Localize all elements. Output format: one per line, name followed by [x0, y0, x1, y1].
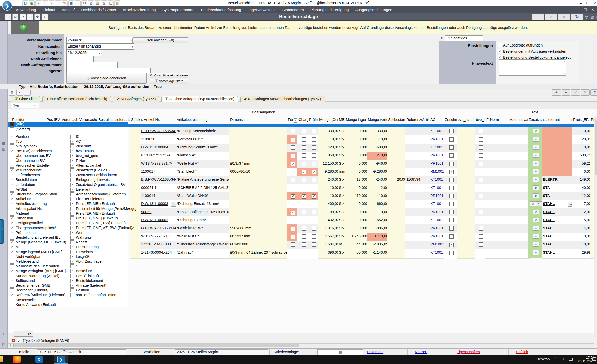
checkbox-icon[interactable]: [10, 288, 14, 292]
table-icon[interactable]: ▥: [95, 0, 100, 6]
menu-item-4[interactable]: Dashboards / Center: [78, 6, 119, 13]
stamp-icon[interactable]: ◫: [108, 0, 114, 6]
dropdown-caret-icon[interactable]: ▾: [132, 44, 133, 49]
window-maximize-button[interactable]: ❐: [584, 1, 591, 6]
checkbox-icon[interactable]: [70, 197, 74, 201]
checkbox-icon[interactable]: ✓: [10, 293, 14, 297]
menu-item-2[interactable]: Einkauf: [39, 6, 58, 13]
notification-center-icon[interactable]: [592, 357, 596, 361]
menu-item-11[interactable]: Ausgangsrechnungen: [352, 6, 396, 13]
lieferant-link[interactable]: STAHL: [543, 242, 555, 246]
chooser-right-item-4[interactable]: ✓bvp_not_gme: [68, 154, 128, 158]
chooser-right-item-5[interactable]: ✓F-Norm: [68, 158, 128, 163]
chooser-left-item-9[interactable]: ✓Bestelldatum: [8, 178, 68, 183]
chooser-left-item-11[interactable]: ArtStat: [8, 187, 68, 192]
chooser-right-item-1[interactable]: ✓AC: [68, 139, 128, 144]
scroll-down-icon[interactable]: ∨: [563, 72, 565, 75]
clock-icon[interactable]: ◷: [584, 14, 589, 20]
checkbox-icon[interactable]: [10, 122, 14, 126]
lieferant-link[interactable]: STA: [543, 186, 550, 190]
scroll-up-icon[interactable]: ∧: [563, 60, 565, 63]
chooser-right-item-0[interactable]: IC: [68, 134, 128, 139]
chooser-left-item-26[interactable]: Meldebestand: [8, 259, 68, 264]
checkbox-icon[interactable]: [70, 207, 74, 211]
chooser-right-item-16[interactable]: Preis [EP, ME] (Einkauf): [68, 211, 128, 216]
checkbox-icon[interactable]: ✓: [10, 178, 14, 182]
refresh-button[interactable]: ↻: [571, 14, 583, 20]
checkbox-icon[interactable]: ✓: [498, 43, 502, 47]
chooser-right-item-13[interactable]: Fixierter Lieferant: [68, 197, 128, 202]
lieferant-link[interactable]: STAHL: [543, 234, 555, 238]
window-close-button[interactable]: ✕: [591, 1, 597, 6]
checkbox-icon[interactable]: [10, 154, 14, 158]
zusatztext-dropdown-icon[interactable]: ∨: [536, 201, 542, 206]
chooser-left-item-1[interactable]: Typ: [8, 139, 68, 144]
lieferant-link[interactable]: STAHL: [543, 226, 555, 230]
checkbox-icon[interactable]: ✓: [10, 192, 14, 196]
formula-icon[interactable]: √: [35, 0, 41, 6]
edit-record-icon[interactable]: ✎: [62, 0, 68, 6]
checkbox-icon[interactable]: [10, 140, 14, 144]
checkbox-icon[interactable]: [10, 284, 14, 288]
zusatztext-doc-icon[interactable]: a: [533, 177, 539, 182]
settings-icon[interactable]: ⚙: [34, 14, 40, 20]
checkbox-icon[interactable]: [70, 288, 74, 292]
zusatztext-doc-icon[interactable]: a: [533, 226, 539, 231]
footer-link-notizen[interactable]: Notizen: [415, 350, 427, 354]
chooser-right-item-32[interactable]: Position: [68, 288, 128, 293]
mail-icon[interactable]: ✉: [81, 0, 87, 6]
checkbox-icon[interactable]: [70, 135, 74, 139]
checkbox-icon[interactable]: ✓: [70, 202, 74, 206]
package-icon[interactable]: ▧: [590, 14, 595, 20]
pie-chart-icon[interactable]: ◔: [75, 0, 81, 6]
discard-button[interactable]: ✕: [581, 89, 590, 96]
footer-link-eigenschaften[interactable]: Eigenschaften: [457, 350, 480, 354]
window-help-icon[interactable]: ▦: [68, 0, 74, 6]
checkbox-icon[interactable]: [10, 255, 14, 259]
checkbox-icon[interactable]: ✓: [70, 255, 74, 259]
list-strip-icon[interactable]: ▤: [1, 342, 6, 347]
favorite-icon[interactable]: ✦: [42, 0, 48, 6]
horizontal-scrollbar[interactable]: ❮: [8, 343, 594, 347]
chooser-right-item-2[interactable]: ✓Zuschnitt: [68, 144, 128, 149]
chooser-right-item-23[interactable]: ✓Preisursprung: [68, 245, 128, 250]
zusatztext-doc-icon[interactable]: a: [533, 234, 539, 239]
checkbox-icon[interactable]: ✓: [10, 164, 14, 168]
checkbox-icon[interactable]: [10, 173, 14, 177]
vscroll-thumb[interactable]: [595, 119, 597, 175]
chooser-right-item-6[interactable]: ✓Alternativartikel: [68, 163, 128, 168]
chooser-right-item-15[interactable]: Preiseinheit für Menge [Preis/Menge]: [68, 207, 128, 211]
chooser-right-item-29[interactable]: Pos. (Einkauf): [68, 274, 128, 279]
zusatztext-doc-icon[interactable]: a: [533, 210, 539, 214]
grid-icon[interactable]: ▩: [114, 0, 120, 6]
checkbox-icon[interactable]: [10, 212, 14, 216]
chooser-right-item-25[interactable]: ✓Losgröße: [68, 255, 128, 259]
nach_artikelcode-field[interactable]: …: [66, 56, 94, 62]
menu-item-9[interactable]: Stammdaten: [279, 6, 307, 13]
checkbox-icon[interactable]: [10, 127, 14, 131]
checkbox-icon[interactable]: ✓: [70, 245, 74, 249]
chooser-right-item-3[interactable]: ✓bvp_status: [68, 149, 128, 154]
delete-button[interactable]: –: [532, 14, 544, 20]
filter-active-checkbox[interactable]: ✓: [17, 338, 21, 344]
clipped-app-icon[interactable]: [0, 356, 3, 362]
scroll-left-icon[interactable]: ❮: [8, 344, 13, 347]
chooser-left-item-23[interactable]: ✓ME: [8, 245, 68, 250]
chooser-right-item-31[interactable]: ✓Anfrage (Lieferant): [68, 283, 128, 288]
chooser-left-item-2[interactable]: bvp_typindex: [8, 144, 68, 149]
filter-tab-1[interactable]: 1: Nur offene Positionen (nicht bestellt…: [42, 96, 111, 102]
zusatztext-doc-icon[interactable]: a: [533, 218, 539, 222]
footer-link-softlink[interactable]: Softlink: [516, 350, 528, 354]
add-doc-strip-icon[interactable]: ＋: [1, 332, 6, 336]
checkbox-icon[interactable]: ✓: [70, 260, 74, 264]
chooser-left-item-27[interactable]: Mahnstufe des Lieferanten: [8, 264, 68, 269]
checkbox-icon[interactable]: [70, 216, 74, 220]
chooser-left-item-19[interactable]: ✓Chargennummernpflicht!: [8, 226, 68, 231]
checkbox-icon[interactable]: ✓: [10, 231, 14, 235]
checkbox-icon[interactable]: [70, 192, 74, 196]
neu-anlegen-button[interactable]: Neu anlegen (F8): [132, 37, 188, 43]
chooser-left-item-5[interactable]: Übernahme in BV: [8, 158, 68, 163]
chooser-left-item-34[interactable]: Kostenstelle: [8, 298, 68, 303]
vertical-scrollbar[interactable]: [594, 116, 597, 337]
chooser-right-item-18[interactable]: Preis [EP, GME, BW] (Einkauf): [68, 221, 128, 226]
